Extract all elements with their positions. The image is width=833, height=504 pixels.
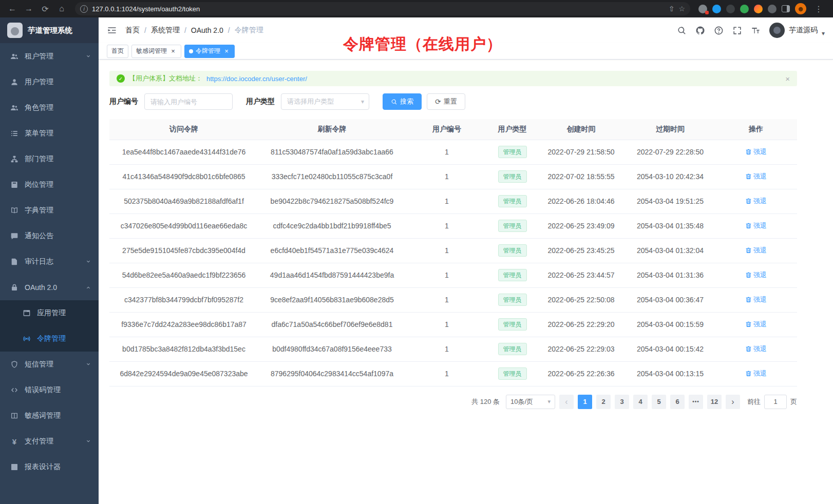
sidebar-item-label: OAuth 2.0 [25, 283, 85, 292]
user-id-input[interactable] [144, 93, 233, 110]
search-icon[interactable] [677, 26, 687, 35]
force-logout-button[interactable]: 强退 [745, 172, 767, 181]
create-time-cell: 2022-06-25 22:29:03 [537, 337, 626, 361]
sidebar-item-audit-log[interactable]: 审计日志 [0, 249, 99, 275]
sidebar-item-label: 用户管理 [25, 77, 91, 87]
goto-page-input[interactable] [764, 395, 787, 409]
sidebar-item-menu[interactable]: 菜单管理 [0, 121, 99, 146]
extension-icon[interactable] [740, 5, 749, 13]
sidebar-item-label: 字典管理 [25, 206, 91, 215]
close-icon[interactable]: × [223, 48, 230, 55]
page-button-2[interactable]: 2 [596, 395, 611, 409]
sidebar-item-notice[interactable]: 通知公告 [0, 223, 99, 249]
force-logout-button[interactable]: 强退 [745, 197, 767, 206]
breadcrumb-oauth2[interactable]: OAuth 2.0 [191, 26, 223, 34]
sidebar: 芋道管理系统 租户管理 用户管理 角色管理 菜单管理 部门管理 岗位管理 [0, 17, 99, 504]
extension-icon[interactable] [768, 5, 777, 13]
create-time-cell: 2022-06-26 18:04:46 [537, 189, 626, 214]
font-size-icon[interactable] [751, 26, 761, 35]
trash-icon [745, 148, 752, 155]
sidebar-item-sms[interactable]: 短信管理 [0, 352, 99, 377]
side-panel-icon[interactable] [782, 5, 790, 12]
user-type-cell: 管理员 [488, 263, 537, 287]
browser-forward-icon[interactable]: → [22, 2, 36, 16]
extensions-area: ☻ ⋮ [696, 2, 828, 16]
access-token-cell: 6d842e2924594de9a09e45e087323abe [109, 361, 258, 386]
fullscreen-icon[interactable] [732, 26, 742, 35]
sidebar-item-oauth2-app[interactable]: 应用管理 [0, 300, 99, 326]
reset-button[interactable]: ⟳ 重置 [427, 93, 465, 110]
force-logout-button[interactable]: 强退 [745, 246, 767, 255]
sidebar-toggle-icon[interactable] [107, 25, 117, 35]
extension-icon[interactable] [698, 5, 707, 13]
user-dropdown[interactable]: 芋道源码 ▾ [769, 23, 825, 38]
sidebar-item-oauth2-token[interactable]: 令牌管理 [0, 326, 99, 352]
app-logo[interactable]: 芋道管理系统 [0, 17, 99, 43]
browser-reload-icon[interactable]: ⟳ [38, 2, 52, 16]
page-size-select[interactable]: 10条/页 ▾ [506, 395, 555, 409]
expire-time-cell: 2022-07-29 22:28:50 [626, 140, 715, 164]
sidebar-item-report-designer[interactable]: 报表设计器 [0, 454, 99, 480]
user-type-cell: 管理员 [488, 238, 537, 263]
page-button-5[interactable]: 5 [652, 395, 666, 409]
sidebar-item-user[interactable]: 用户管理 [0, 69, 99, 95]
extension-icon[interactable] [754, 5, 763, 13]
tab-home[interactable]: 首页 [107, 45, 128, 58]
sidebar-item-tenant[interactable]: 租户管理 [0, 44, 99, 69]
help-icon[interactable] [714, 26, 724, 35]
tab-label: 敏感词管理 [136, 47, 167, 55]
page-button-6[interactable]: 6 [670, 395, 685, 409]
user-type-select[interactable]: 请选择用户类型 ▾ [281, 93, 369, 110]
sidebar-item-sensitive-word[interactable]: 敏感词管理 [0, 403, 99, 429]
col-actions: 操作 [715, 119, 797, 140]
sidebar-item-label: 短信管理 [25, 360, 85, 369]
share-icon[interactable]: ⇧ [669, 5, 675, 13]
prev-page-button[interactable]: ‹ [559, 395, 574, 409]
sidebar-item-dept[interactable]: 部门管理 [0, 146, 99, 172]
trash-icon [745, 198, 752, 204]
sidebar-item-error-code[interactable]: 错误码管理 [0, 377, 99, 403]
page-button-4[interactable]: 4 [633, 395, 648, 409]
breadcrumb-system[interactable]: 系统管理 [151, 26, 180, 35]
alert-doc-link[interactable]: https://doc.iocoder.cn/user-center/ [206, 75, 307, 83]
breadcrumb-home[interactable]: 首页 [125, 26, 140, 35]
actions-cell: 强退 [715, 287, 797, 312]
browser-home-icon[interactable]: ⌂ [54, 2, 69, 16]
browser-chrome: ← → ⟳ ⌂ i 127.0.0.1:1024/system/oauth2/t… [0, 0, 833, 17]
browser-menu-icon[interactable]: ⋮ [811, 2, 826, 16]
search-button[interactable]: 搜索 [383, 93, 422, 110]
extension-icon[interactable] [726, 5, 735, 13]
next-page-button[interactable]: › [726, 395, 740, 409]
address-bar[interactable]: i 127.0.0.1:1024/system/oauth2/token ⇧ ☆ [75, 2, 690, 15]
force-logout-button[interactable]: 强退 [745, 147, 767, 157]
more-pages-icon[interactable]: ••• [689, 395, 703, 409]
browser-profile-avatar[interactable]: ☻ [795, 3, 806, 14]
close-icon[interactable]: × [169, 48, 177, 55]
page-button-1[interactable]: 1 [578, 395, 592, 409]
force-logout-button[interactable]: 强退 [745, 320, 767, 329]
force-logout-button[interactable]: 强退 [745, 295, 767, 304]
github-icon[interactable] [695, 26, 705, 35]
sidebar-item-dict[interactable]: 字典管理 [0, 198, 99, 223]
page-button-12[interactable]: 12 [707, 395, 722, 409]
extension-icon[interactable] [712, 5, 721, 13]
page-button-3[interactable]: 3 [615, 395, 629, 409]
browser-back-icon[interactable]: ← [5, 2, 20, 16]
alert-close-icon[interactable]: × [785, 74, 790, 83]
sidebar-item-label: 应用管理 [37, 308, 91, 318]
force-logout-button[interactable]: 强退 [745, 270, 767, 280]
tab-token[interactable]: 令牌管理 × [184, 45, 235, 58]
tab-sensitive-word[interactable]: 敏感词管理 × [131, 45, 181, 58]
actions-cell: 强退 [715, 337, 797, 361]
force-logout-button[interactable]: 强退 [745, 221, 767, 230]
force-logout-button[interactable]: 强退 [745, 344, 767, 354]
site-info-icon[interactable]: i [80, 5, 88, 13]
force-logout-button[interactable]: 强退 [745, 369, 767, 378]
sidebar-item-oauth2[interactable]: OAuth 2.0 [0, 275, 99, 300]
breadcrumb: 首页 / 系统管理 / OAuth 2.0 / 令牌管理 [125, 26, 263, 35]
bookmark-star-icon[interactable]: ☆ [678, 5, 685, 13]
sidebar-item-role[interactable]: 角色管理 [0, 95, 99, 121]
sidebar-item-pay[interactable]: ¥ 支付管理 [0, 429, 99, 454]
sidebar-item-post[interactable]: 岗位管理 [0, 172, 99, 198]
tenant-icon [10, 52, 18, 61]
